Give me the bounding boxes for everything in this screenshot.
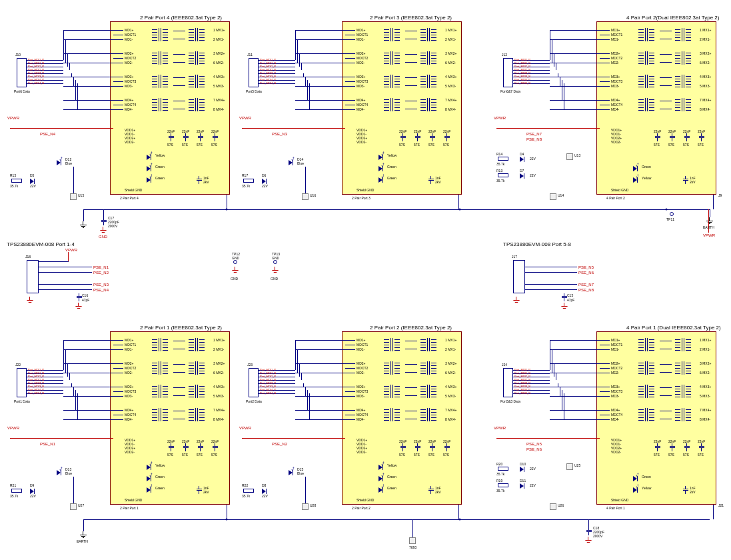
wire bbox=[554, 53, 554, 67]
pin-label: MD1- bbox=[357, 37, 365, 41]
pin-label: MDCT4 bbox=[357, 413, 368, 417]
cap-val: 1nF2kV bbox=[435, 486, 441, 494]
pin-label: MDCT3 bbox=[357, 389, 368, 393]
cap-val: 22nF bbox=[668, 129, 676, 133]
cap-val: 1nF2kV bbox=[690, 176, 696, 184]
pin-label: MD1+ bbox=[611, 338, 620, 342]
led-blue-icon: ↗↗ bbox=[57, 469, 65, 475]
pin-label: 6 MX2- bbox=[213, 371, 224, 375]
zener-ref: D5 bbox=[30, 173, 34, 177]
pin-label: MD4+ bbox=[125, 408, 133, 412]
wire bbox=[558, 383, 558, 387]
wire bbox=[65, 349, 66, 373]
transformer-icon bbox=[147, 98, 173, 111]
wire bbox=[301, 63, 302, 70]
gnd-label: GND bbox=[271, 277, 278, 281]
transformer-icon bbox=[378, 408, 405, 421]
wire bbox=[600, 53, 610, 54]
pin-label: MD4+ bbox=[357, 98, 365, 102]
cmc-icon bbox=[183, 408, 210, 421]
pin-label: 1 MX1+ bbox=[700, 338, 711, 342]
res-val: 35.7k bbox=[242, 184, 250, 188]
wire bbox=[713, 195, 714, 209]
pin-label: MD2- bbox=[125, 371, 133, 375]
net-pse-n4: PSE_N4 bbox=[93, 288, 109, 292]
wire bbox=[600, 373, 610, 373]
res-val: 35.7k bbox=[496, 489, 504, 493]
cap-val: 47pF bbox=[82, 298, 89, 302]
res-val: 57S bbox=[428, 143, 434, 147]
bead-ref: U14 bbox=[558, 193, 564, 197]
wire bbox=[295, 53, 345, 54]
transformer-icon bbox=[147, 51, 173, 65]
led-green-icon: ↗↗ bbox=[633, 475, 641, 481]
wire bbox=[562, 80, 562, 100]
shield-gnd-label: Shield GND bbox=[125, 188, 142, 192]
wire bbox=[345, 39, 355, 40]
bead-ref: U25 bbox=[574, 463, 580, 467]
wire bbox=[227, 195, 227, 209]
cap-val: 22nF bbox=[414, 439, 421, 443]
wire bbox=[405, 54, 417, 55]
wire bbox=[550, 86, 600, 87]
pin-label: VDD2- bbox=[357, 140, 366, 144]
pin-label: MD4- bbox=[611, 417, 619, 421]
pin-label: 2 MX1- bbox=[213, 347, 224, 351]
led-color: Blue bbox=[65, 471, 72, 475]
cap-val: 1nF2kV bbox=[203, 486, 209, 494]
led-green-icon: ↗↗ bbox=[378, 475, 386, 481]
wire bbox=[295, 410, 345, 411]
cmc-icon bbox=[183, 338, 210, 351]
data-connector bbox=[249, 58, 259, 87]
wire bbox=[600, 391, 610, 392]
wire bbox=[113, 77, 123, 77]
pin-label: 2 MX1- bbox=[445, 37, 456, 41]
led-green-icon: ↗↗ bbox=[378, 176, 386, 183]
wire bbox=[660, 387, 672, 388]
res-val: 57S bbox=[698, 143, 704, 147]
res-ref: R15 bbox=[10, 173, 16, 177]
wire bbox=[113, 345, 123, 345]
res-ref: R22 bbox=[242, 483, 248, 487]
transformer-icon bbox=[378, 361, 405, 375]
wire bbox=[295, 109, 345, 110]
pin-label: 1 MX1+ bbox=[700, 28, 711, 32]
res-val: 57S bbox=[428, 453, 434, 457]
resistor bbox=[498, 483, 508, 487]
ferrite-bead bbox=[409, 537, 416, 544]
resistor bbox=[243, 179, 254, 183]
wire bbox=[69, 63, 70, 70]
wire bbox=[113, 53, 123, 54]
conn-label: Port6&7 Data bbox=[500, 89, 520, 93]
tp-label: TP11 bbox=[666, 217, 674, 221]
cmc-icon bbox=[415, 361, 442, 375]
junction bbox=[226, 519, 228, 521]
wire bbox=[307, 390, 308, 410]
wire bbox=[113, 387, 123, 387]
wire bbox=[660, 62, 672, 63]
wire bbox=[63, 387, 113, 387]
pin-label: 8 MX4- bbox=[445, 417, 456, 421]
conn-ref: J17 bbox=[512, 255, 517, 259]
res-val: 35.7k bbox=[496, 472, 504, 476]
transformer-icon bbox=[633, 98, 660, 111]
wire bbox=[600, 340, 610, 341]
wire bbox=[660, 77, 672, 78]
wire bbox=[63, 340, 113, 341]
wire bbox=[345, 373, 355, 373]
pin-label: 4 MX3+ bbox=[445, 75, 456, 79]
block-subtitle: 4 Pair Port 2 bbox=[606, 196, 625, 200]
wire bbox=[345, 100, 355, 101]
led-label: Yellow bbox=[387, 463, 396, 467]
rj45-ref: J21 bbox=[718, 503, 724, 507]
led-label: Green bbox=[387, 176, 396, 180]
wire bbox=[660, 364, 672, 365]
rj45-ref: J9 bbox=[718, 193, 722, 197]
connector-j18 bbox=[27, 260, 39, 293]
net-label: Port_MDI4_N bbox=[28, 391, 44, 395]
pin-label: 1 MX1+ bbox=[213, 28, 225, 32]
cmc-icon bbox=[415, 75, 442, 88]
ferrite-bead bbox=[302, 503, 309, 510]
wire bbox=[63, 53, 113, 54]
wire bbox=[113, 105, 123, 105]
